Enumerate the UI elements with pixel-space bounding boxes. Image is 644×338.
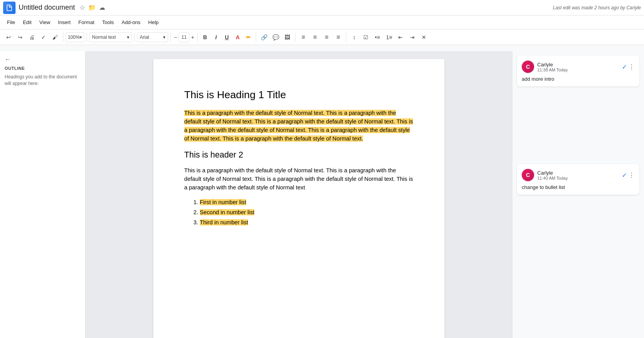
comment-author-2: Carlyle (537, 170, 622, 176)
cloud-icon[interactable]: ☁ (99, 4, 105, 11)
main-layout: ← OUTLINE Headings you add to the docume… (0, 51, 644, 338)
document-area[interactable]: This is Heading 1 Title This is a paragr… (85, 51, 512, 338)
spellcheck-button[interactable]: ✓ (38, 32, 49, 43)
document-title[interactable]: Untitled document (19, 3, 75, 12)
comment-avatar-1: C (522, 61, 534, 73)
comment-more-2[interactable]: ⋮ (628, 172, 635, 179)
menu-edit[interactable]: Edit (19, 18, 35, 27)
divider7 (295, 33, 295, 42)
paragraph-style-label: Normal text (92, 35, 116, 40)
comment-card-1: C Carlyle 11:38 AM Today ✓ ⋮ add more in… (517, 56, 639, 87)
comment-header-1: C Carlyle 11:38 AM Today ✓ ⋮ (522, 61, 635, 73)
list-item-1: First in number list (200, 198, 413, 206)
bold-button[interactable]: B (200, 32, 210, 43)
star-icon[interactable]: ☆ (80, 4, 85, 11)
undo-button[interactable]: ↩ (3, 32, 14, 43)
list-item-3-text: Third in number list (200, 219, 248, 225)
italic-button[interactable]: I (211, 32, 221, 43)
menu-bar: File Edit View Insert Format Tools Add-o… (0, 16, 644, 29)
font-size-increase[interactable]: + (190, 33, 195, 41)
paragraph1-highlighted: This is a paragraph with the default sty… (184, 110, 413, 142)
menu-help[interactable]: Help (144, 18, 163, 27)
svg-rect-0 (0, 45, 644, 51)
divider1 (63, 33, 63, 42)
indent-increase-button[interactable]: ⇥ (407, 32, 418, 43)
font-size-decrease[interactable]: − (173, 33, 178, 41)
comment-text-1: add more intro (522, 76, 635, 82)
comment-time-2: 11:40 AM Today (537, 176, 622, 180)
align-right-button[interactable]: ≡ (321, 32, 332, 43)
divider5 (197, 33, 198, 42)
highlight-color-button[interactable]: ✏ (243, 32, 253, 43)
list-item-3: Third in number list (200, 218, 413, 227)
align-justify-button[interactable]: ≡ (333, 32, 344, 43)
outline-title: OUTLINE (5, 66, 80, 71)
insert-link-button[interactable]: 🔗 (259, 32, 269, 43)
insert-comment-button[interactable]: 💬 (270, 32, 281, 43)
heading1-text: This is Heading 1 Title (184, 87, 413, 102)
divider8 (346, 33, 346, 42)
comment-time-1: 11:38 AM Today (537, 68, 622, 72)
clear-formatting-button[interactable]: ✕ (418, 32, 429, 43)
zoom-value: 100% (68, 35, 80, 40)
comment-author-1: Carlyle (537, 62, 622, 68)
align-center-button[interactable]: ≡ (309, 32, 320, 43)
list-item-2: Second in number list (200, 208, 413, 217)
sidebar-back-button[interactable]: ← (5, 56, 80, 63)
paragraph-style-dropdown[interactable]: Normal text ▾ (89, 32, 132, 42)
comment-card-2: C Carlyle 11:40 AM Today ✓ ⋮ change to b… (517, 164, 639, 195)
title-actions: ☆ 📁 ☁ (80, 4, 107, 11)
style-chevron-icon: ▾ (127, 35, 129, 40)
comment-actions-1: ✓ ⋮ (622, 63, 635, 71)
paragraph2: This is a paragraph with the default sty… (184, 166, 413, 192)
outline-sidebar: ← OUTLINE Headings you add to the docume… (0, 51, 85, 338)
menu-format[interactable]: Format (75, 18, 98, 27)
folder-icon[interactable]: 📁 (88, 4, 96, 11)
print-button[interactable]: 🖨 (26, 32, 37, 43)
bullet-list-button[interactable]: •≡ (372, 32, 383, 43)
underline-button[interactable]: U (222, 32, 232, 43)
menu-file[interactable]: File (3, 18, 19, 27)
font-family-label: Arial (140, 35, 149, 40)
comment-more-1[interactable]: ⋮ (628, 63, 635, 71)
comment-resolve-1[interactable]: ✓ (622, 63, 627, 71)
paragraph1[interactable]: This is a paragraph with the default sty… (184, 109, 413, 143)
indent-decrease-button[interactable]: ⇤ (395, 32, 406, 43)
toolbar: ↩ ↪ 🖨 ✓ 🖌 100% ▾ Normal text ▾ Arial ▾ −… (0, 29, 644, 45)
document-page[interactable]: This is Heading 1 Title This is a paragr… (153, 59, 444, 338)
last-edit-info: Last edit was made 2 hours ago by Carlyl… (553, 5, 641, 10)
divider3 (134, 33, 135, 42)
numbered-list-button[interactable]: 1≡ (384, 32, 394, 43)
align-left-button[interactable]: ≡ (298, 32, 309, 43)
menu-tools[interactable]: Tools (98, 18, 118, 27)
menu-addons[interactable]: Add-ons (118, 18, 144, 27)
divider4 (170, 33, 171, 42)
outline-hint: Headings you add to the document will ap… (5, 74, 80, 87)
line-spacing-button[interactable]: ↕ (349, 32, 359, 43)
list-item-1-text: First in number list (200, 199, 246, 205)
title-bar: Untitled document ☆ 📁 ☁ Last edit was ma… (0, 0, 644, 16)
comment-meta-1: Carlyle 11:38 AM Today (537, 62, 622, 72)
comments-panel: C Carlyle 11:38 AM Today ✓ ⋮ add more in… (512, 51, 644, 338)
back-icon: ← (5, 56, 11, 63)
comment-header-2: C Carlyle 11:40 AM Today ✓ ⋮ (522, 169, 635, 181)
zoom-chevron: ▾ (80, 35, 82, 40)
zoom-selector[interactable]: 100% ▾ (66, 32, 84, 42)
comment-meta-2: Carlyle 11:40 AM Today (537, 170, 622, 180)
comment-resolve-2[interactable]: ✓ (622, 172, 627, 179)
text-color-button[interactable]: A (233, 32, 243, 43)
redo-button[interactable]: ↪ (15, 32, 26, 43)
comment-avatar-2: C (522, 169, 534, 181)
menu-view[interactable]: View (35, 18, 54, 27)
comment-actions-2: ✓ ⋮ (622, 172, 635, 179)
checklist-button[interactable]: ☑ (360, 32, 371, 43)
font-size-input[interactable] (179, 32, 189, 42)
ruler (0, 45, 644, 51)
insert-image-button[interactable]: 🖼 (282, 32, 293, 43)
comment-text-2: change to bullet list (522, 184, 635, 190)
font-family-dropdown[interactable]: Arial ▾ (137, 32, 168, 42)
font-chevron-icon: ▾ (163, 35, 165, 40)
paint-format-button[interactable]: 🖌 (50, 32, 61, 43)
list-item-2-text: Second in number list (200, 209, 255, 215)
menu-insert[interactable]: Insert (54, 18, 75, 27)
